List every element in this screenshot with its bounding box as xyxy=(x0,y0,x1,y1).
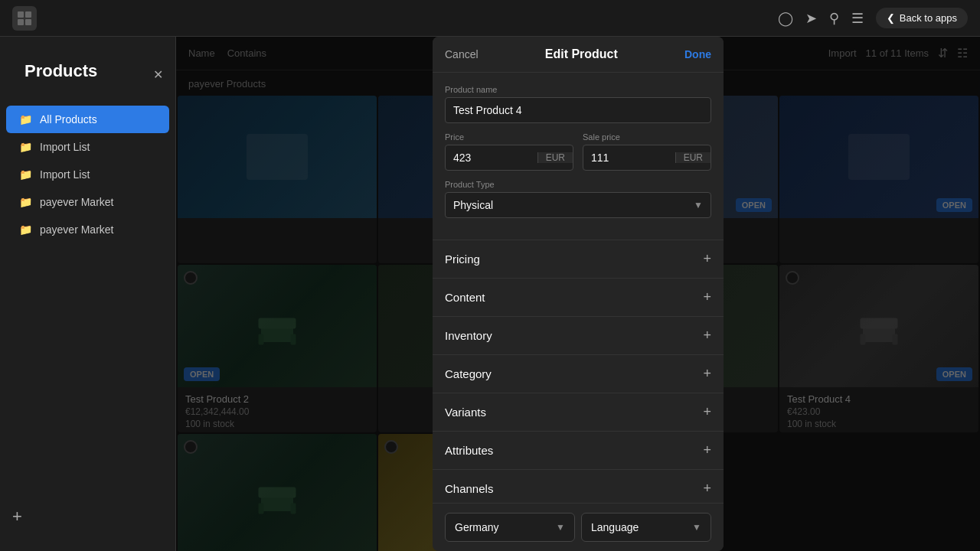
sidebar-item-label-5: payever Market xyxy=(40,223,113,236)
variants-expand-icon: + xyxy=(703,404,711,420)
price-input[interactable] xyxy=(446,145,537,170)
back-to-apps-button[interactable]: ❮ Back to apps xyxy=(876,8,968,28)
sale-price-field: Sale price EUR xyxy=(583,132,711,171)
price-field: Price EUR xyxy=(445,132,573,171)
category-label: Category xyxy=(445,367,492,380)
back-to-apps-label: Back to apps xyxy=(900,12,957,24)
sidebar-item-label: All Products xyxy=(40,113,97,126)
content-expand-icon: + xyxy=(703,289,711,305)
variants-section[interactable]: Variants + xyxy=(433,393,724,432)
channels-label: Channels xyxy=(445,482,493,495)
svg-rect-3 xyxy=(25,19,31,25)
attributes-label: Attributes xyxy=(445,444,493,457)
modal-header: Cancel Edit Product Done xyxy=(433,37,724,73)
svg-rect-1 xyxy=(25,11,31,18)
top-bar-left xyxy=(12,6,37,31)
country-select[interactable]: Germany ▼ xyxy=(445,513,575,542)
product-type-field: Product Type Physical ▼ xyxy=(445,180,711,218)
sidebar-item-import-list-2[interactable]: 📁 Import List xyxy=(6,161,169,188)
product-name-label: Product name xyxy=(445,85,711,94)
sidebar-item-label-2: Import List xyxy=(40,141,90,153)
price-currency: EUR xyxy=(537,152,573,163)
country-chevron-icon: ▼ xyxy=(556,522,565,533)
attributes-expand-icon: + xyxy=(703,442,711,458)
send-icon[interactable]: ➤ xyxy=(805,10,817,27)
variants-label: Variants xyxy=(445,406,486,419)
sidebar-title-row: Products ✕ xyxy=(0,49,175,106)
folder-icon: 📁 xyxy=(18,112,32,126)
language-label: Language xyxy=(591,521,639,533)
sale-price-label: Sale price xyxy=(583,132,711,142)
modal-title: Edit Product xyxy=(545,47,618,61)
chevron-down-icon: ▼ xyxy=(694,200,703,210)
user-icon[interactable]: ◯ xyxy=(778,10,793,27)
product-type-value: Physical xyxy=(453,199,493,211)
cancel-button[interactable]: Cancel xyxy=(445,48,479,60)
price-input-wrap: EUR xyxy=(445,145,573,171)
sidebar-item-payever-market-2[interactable]: 📁 payever Market xyxy=(6,216,169,243)
top-bar-right: ◯ ➤ ⚲ ☰ ❮ Back to apps xyxy=(778,8,968,28)
sidebar-item-label-4: payever Market xyxy=(40,196,113,208)
folder-icon-2: 📁 xyxy=(18,140,32,154)
sidebar-item-import-list-1[interactable]: 📁 Import List xyxy=(6,133,169,161)
modal-body: Product name Price EUR xyxy=(433,73,724,551)
content-label: Content xyxy=(445,291,485,304)
inventory-label: Inventory xyxy=(445,329,492,342)
add-collection-button[interactable]: + xyxy=(12,507,22,527)
content-area: Name Contains Import 11 of 11 Items ⇵ ☷ … xyxy=(176,37,980,551)
folder-icon-3: 📁 xyxy=(18,168,32,181)
modal-footer: Germany ▼ Language ▼ xyxy=(433,503,724,551)
sale-price-input[interactable] xyxy=(583,145,675,170)
svg-rect-2 xyxy=(18,19,24,25)
attributes-section[interactable]: Attributes + xyxy=(433,432,724,470)
sidebar-item-all-products[interactable]: 📁 All Products xyxy=(6,106,169,133)
content-section[interactable]: Content + xyxy=(433,279,724,317)
close-icon[interactable]: ✕ xyxy=(153,67,163,82)
folder-icon-5: 📁 xyxy=(18,223,32,236)
pricing-expand-icon: + xyxy=(703,251,711,267)
done-button[interactable]: Done xyxy=(684,48,711,60)
sale-currency: EUR xyxy=(675,152,710,163)
channels-expand-icon: + xyxy=(703,481,711,497)
product-name-field: Product name xyxy=(445,85,711,123)
main-layout: Products ✕ 📁 All Products 📁 Import List … xyxy=(0,37,980,551)
price-label: Price xyxy=(445,132,573,142)
app-icon xyxy=(12,6,37,31)
product-type-select[interactable]: Physical ▼ xyxy=(445,192,711,218)
pricing-section[interactable]: Pricing + xyxy=(433,240,724,279)
product-name-input[interactable] xyxy=(445,97,711,123)
svg-rect-0 xyxy=(18,11,24,18)
menu-icon[interactable]: ☰ xyxy=(851,10,864,27)
search-icon[interactable]: ⚲ xyxy=(829,10,839,27)
language-select[interactable]: Language ▼ xyxy=(581,513,711,542)
inventory-section[interactable]: Inventory + xyxy=(433,317,724,355)
price-row: Price EUR Sale price EUR xyxy=(445,132,711,171)
category-section[interactable]: Category + xyxy=(433,355,724,393)
sidebar-item-payever-market-1[interactable]: 📁 payever Market xyxy=(6,188,169,216)
product-name-section: Product name Price EUR xyxy=(433,73,724,240)
sidebar-item-label-3: Import List xyxy=(40,168,90,181)
country-label: Germany xyxy=(455,521,499,533)
sidebar-title: Products xyxy=(12,55,109,93)
inventory-expand-icon: + xyxy=(703,328,711,344)
product-type-label: Product Type xyxy=(445,180,711,189)
back-to-apps-icon: ❮ xyxy=(887,12,895,24)
sidebar: Products ✕ 📁 All Products 📁 Import List … xyxy=(0,37,176,551)
folder-icon-4: 📁 xyxy=(18,195,32,209)
category-expand-icon: + xyxy=(703,366,711,382)
top-bar: ◯ ➤ ⚲ ☰ ❮ Back to apps xyxy=(0,0,980,37)
sale-price-input-wrap: EUR xyxy=(583,145,711,171)
language-chevron-icon: ▼ xyxy=(692,522,701,533)
pricing-label: Pricing xyxy=(445,253,480,266)
sidebar-footer: + xyxy=(0,494,175,539)
edit-product-modal: Cancel Edit Product Done Product name Pr… xyxy=(433,37,724,551)
